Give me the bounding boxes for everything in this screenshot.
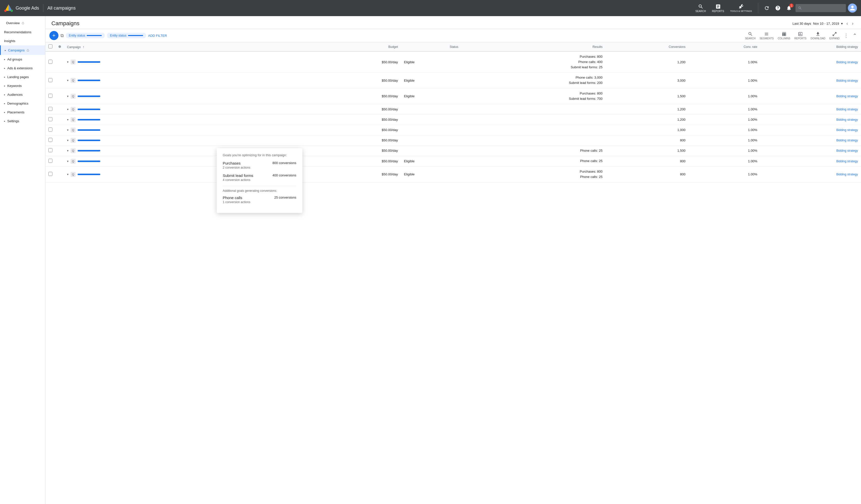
user-avatar[interactable] — [848, 3, 857, 13]
sidebar-item-campaigns[interactable]: ▸ Campaigns ⌂ — [0, 45, 45, 55]
bidding-column-header: Bidding strategy — [760, 42, 861, 51]
download-toolbar-btn[interactable]: DOWNLOAD — [811, 31, 825, 40]
row-bidding-cell: Bidding strategy — [760, 114, 861, 125]
search-toolbar-btn[interactable]: SEARCH — [745, 31, 756, 40]
reports-nav-btn[interactable]: REPORTS — [710, 3, 726, 14]
campaign-column-header[interactable]: Campaign ↑ — [64, 42, 320, 51]
row-dropdown-arrow[interactable]: ▾ — [67, 60, 69, 64]
sidebar-item-audiences[interactable]: ▸ Audiences — [0, 90, 45, 99]
search-nav-btn[interactable]: SEARCH — [694, 3, 708, 14]
add-filter-btn[interactable]: ADD FILTER — [148, 34, 167, 38]
sidebar-item-landing-pages[interactable]: ▸ Landing pages — [0, 72, 45, 81]
chevron-down-icon: ▾ — [841, 22, 843, 25]
global-search-bar[interactable] — [795, 4, 846, 12]
expand-toolbar-btn[interactable]: EXPAND — [830, 31, 839, 40]
row-checkbox[interactable] — [49, 159, 52, 163]
row-dropdown-arrow[interactable]: ▾ — [67, 118, 69, 121]
notification-btn[interactable]: 1 — [784, 3, 793, 13]
segments-toolbar-label: SEGMENTS — [760, 37, 774, 40]
columns-toolbar-btn[interactable]: COLUMNS — [778, 31, 791, 40]
result-line: Phone calls: 25 — [464, 148, 603, 153]
segments-toolbar-btn[interactable]: SEGMENTS — [760, 31, 774, 40]
tools-nav-label: TOOLS & SETTINGS — [730, 10, 752, 13]
sidebar-item-ads-extensions[interactable]: ▸ Ads & extensions — [0, 64, 45, 72]
bidding-strategy-link[interactable]: Bidding strategy — [836, 160, 858, 163]
row-checkbox[interactable] — [49, 60, 52, 64]
filter-icon[interactable]: ⧉ — [60, 33, 64, 38]
bidding-strategy-link[interactable]: Bidding strategy — [836, 79, 858, 82]
bidding-strategy-link[interactable]: Bidding strategy — [836, 95, 858, 98]
google-ads-logo-icon — [4, 3, 13, 13]
row-bidding-cell: Bidding strategy — [760, 51, 861, 72]
row-results-cell — [461, 114, 606, 125]
campaign-type-icon: Q — [70, 78, 76, 83]
row-budget-cell: $50.00/day — [320, 51, 401, 72]
bidding-strategy-link[interactable]: Bidding strategy — [836, 108, 858, 111]
date-prev-btn[interactable]: ‹ — [845, 21, 849, 27]
filter-chip-2[interactable]: Entity status — [107, 33, 146, 38]
sidebar-item-demographics[interactable]: ▸ Demographics — [0, 99, 45, 108]
row-dropdown-arrow[interactable]: ▾ — [67, 79, 69, 82]
row-dropdown-arrow[interactable]: ▾ — [67, 173, 69, 176]
more-options-btn[interactable]: ⋮ — [844, 32, 849, 39]
row-status-dot-cell — [55, 125, 64, 135]
row-checkbox-cell — [45, 125, 55, 135]
row-dropdown-arrow[interactable]: ▾ — [67, 95, 69, 98]
row-results-cell: Phone calls: 3,000Submit lead forms: 200 — [461, 72, 606, 88]
row-checkbox[interactable] — [49, 127, 52, 132]
row-dropdown-arrow[interactable]: ▾ — [67, 149, 69, 152]
row-dropdown-arrow[interactable]: ▾ — [67, 128, 69, 132]
reports-toolbar-btn[interactable]: REPORTS — [794, 31, 807, 40]
create-campaign-btn[interactable]: + — [50, 31, 58, 40]
row-conversions-cell: 1,500 — [605, 88, 688, 104]
row-checkbox[interactable] — [49, 117, 52, 121]
sidebar-item-overview[interactable]: Overview ⌂ — [0, 18, 45, 28]
campaign-name-bar — [78, 96, 100, 97]
row-budget-cell: $50.00/day — [320, 88, 401, 104]
bidding-strategy-link[interactable]: Bidding strategy — [836, 118, 858, 121]
filter-bar: + ⧉ Entity status Entity status ADD FILT… — [45, 29, 861, 42]
filter-chip-1[interactable]: Entity status — [66, 33, 105, 38]
bidding-strategy-link[interactable]: Bidding strategy — [836, 149, 858, 152]
row-bidding-cell: Bidding strategy — [760, 125, 861, 135]
row-budget-cell: $50.00/day — [320, 146, 401, 156]
status-header — [55, 42, 64, 51]
collapse-btn[interactable]: ⌃ — [853, 32, 857, 39]
tools-nav-btn[interactable]: TOOLS & SETTINGS — [728, 3, 754, 14]
date-range-selector[interactable]: Last 30 days Nov 10 - 17, 2019 ▾ — [792, 22, 843, 25]
date-next-btn[interactable]: › — [850, 21, 855, 27]
bidding-strategy-link[interactable]: Bidding strategy — [836, 173, 858, 176]
row-conversions-cell: 800 — [605, 135, 688, 146]
campaign-name-cell: ▾ Q — [64, 125, 320, 135]
sidebar-item-settings[interactable]: ▸ Settings — [0, 117, 45, 125]
row-checkbox[interactable] — [49, 78, 52, 82]
bidding-strategy-link[interactable]: Bidding strategy — [836, 139, 858, 142]
sidebar-item-insights[interactable]: Insights — [0, 37, 45, 45]
row-dropdown-arrow[interactable]: ▾ — [67, 160, 69, 163]
sidebar-item-recommendations[interactable]: Recommendations — [0, 28, 45, 37]
row-dropdown-arrow[interactable]: ▾ — [67, 108, 69, 111]
row-results-cell — [461, 104, 606, 114]
row-status-dot-cell — [55, 156, 64, 166]
app-logo[interactable]: Google Ads — [4, 3, 39, 13]
row-checkbox-cell — [45, 146, 55, 156]
table-row: ▾ Q $50.00/day1,2001.00%Bidding strategy — [45, 104, 861, 114]
sidebar-item-placements[interactable]: ▸ Placements — [0, 108, 45, 117]
row-checkbox[interactable] — [49, 94, 52, 98]
select-all-checkbox[interactable] — [49, 44, 52, 49]
date-range-value: Nov 10 - 17, 2019 — [813, 22, 839, 25]
bidding-strategy-link[interactable]: Bidding strategy — [836, 128, 858, 132]
row-dropdown-arrow[interactable]: ▾ — [67, 139, 69, 142]
row-checkbox[interactable] — [49, 107, 52, 111]
row-conv-rate-cell: 1.00% — [688, 104, 760, 114]
sidebar-item-keywords[interactable]: ▸ Keywords — [0, 81, 45, 90]
row-checkbox[interactable] — [49, 148, 52, 152]
tooltip-goal-purchases: Purchases 2 conversion actions 800 conve… — [223, 161, 296, 169]
sidebar-item-ad-groups[interactable]: ▸ Ad groups — [0, 55, 45, 64]
reports-toolbar-label: REPORTS — [794, 37, 807, 40]
refresh-btn[interactable] — [762, 3, 771, 13]
help-btn[interactable] — [773, 3, 782, 13]
row-checkbox[interactable] — [49, 138, 52, 142]
row-checkbox[interactable] — [49, 172, 52, 176]
bidding-strategy-link[interactable]: Bidding strategy — [836, 60, 858, 64]
